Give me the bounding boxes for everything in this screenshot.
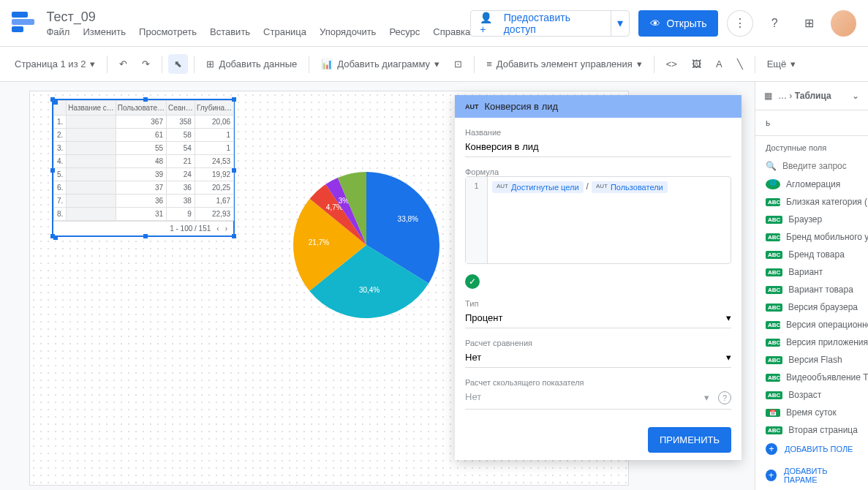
chevron-down-icon[interactable]: ▾ [611, 16, 629, 30]
formula-label: Формула [465, 167, 731, 176]
data-icon: ⊞ [206, 59, 214, 69]
chevron-down-icon: ▾ [726, 352, 731, 363]
menu-help[interactable]: Справка [433, 26, 470, 37]
table-header[interactable]: Глубина… [195, 101, 233, 116]
field-item[interactable]: ABCВариант [755, 263, 868, 281]
pie-label: 21,7% [309, 238, 329, 246]
app-logo[interactable] [12, 12, 34, 35]
field-item[interactable]: ABCБренд мобильного у… [755, 228, 868, 246]
table-pagination[interactable]: 1 - 100 / 151‹› [53, 221, 233, 235]
field-item[interactable]: ABCБренд товара [755, 246, 868, 263]
prev-icon[interactable]: ‹ [216, 225, 219, 233]
pie-label: 30,4% [359, 286, 380, 294]
field-item[interactable]: ABCВозраст [755, 386, 868, 404]
line-button[interactable]: ╲ [731, 54, 749, 74]
redo-button[interactable]: ↷ [136, 54, 156, 74]
undo-button[interactable]: ↶ [113, 54, 133, 74]
table-row[interactable]: 1.36735820,06 [54, 116, 234, 129]
compare-select[interactable]: Нет▾ [465, 347, 731, 368]
sidebar-tab[interactable]: ь [755, 110, 868, 136]
dialog-title-bar[interactable]: AUTКонверсия в лид [455, 95, 741, 118]
rolling-select[interactable]: Нет▾ ? [465, 387, 731, 410]
field-item[interactable]: ABCВторая страница [755, 421, 868, 437]
chevron-down-icon: ▾ [726, 312, 731, 323]
type-select[interactable]: Процент▾ [465, 308, 731, 328]
open-button[interactable]: 👁Открыть [638, 10, 718, 37]
menu-insert[interactable]: Вставить [210, 26, 250, 37]
table-header[interactable]: Сеан… [167, 101, 195, 116]
menu-arrange[interactable]: Упорядочить [320, 26, 376, 37]
field-type-badge: ABC [766, 391, 782, 399]
field-type-badge: ABC [766, 216, 782, 224]
field-search-input[interactable] [782, 161, 858, 171]
help-icon[interactable]: ? [762, 10, 788, 37]
field-item[interactable]: ABCБлизкая категория (… [755, 193, 868, 211]
formula-editor[interactable]: 1 AUTДостигнутые цели / AUTПользователи [465, 176, 731, 264]
table-row[interactable]: 3.55541 [54, 142, 234, 155]
chevron-down-icon[interactable]: ⌄ [852, 91, 859, 101]
table-row[interactable]: 8.31922,93 [54, 208, 234, 221]
type-label: Тип [465, 299, 731, 308]
plus-icon: + [766, 443, 777, 455]
formula-chip[interactable]: AUTДостигнутые цели [492, 181, 584, 193]
table-row[interactable]: 2.61581 [54, 129, 234, 142]
field-type-badge: ABC [766, 198, 780, 206]
menu-view[interactable]: Просмотреть [139, 26, 197, 37]
field-item[interactable]: 📅Время суток [755, 404, 868, 421]
image-button[interactable]: 🖼 [686, 54, 707, 74]
add-field-button[interactable]: +ДОБАВИТЬ ПОЛЕ [755, 437, 868, 461]
add-chart-button[interactable]: 📊Добавить диаграмму ▾ [315, 54, 445, 74]
field-type-badge: ABC [766, 374, 780, 382]
table-row[interactable]: 7.36381,67 [54, 195, 234, 208]
next-icon[interactable]: › [225, 225, 227, 233]
field-type-badge: ABC [766, 339, 780, 347]
menu-edit[interactable]: Изменить [83, 26, 126, 37]
chart-icon: 📊 [321, 59, 333, 69]
more-button[interactable]: Ещё ▾ [761, 54, 802, 74]
eye-icon: 👁 [650, 18, 660, 29]
table-header[interactable]: Название с… [67, 101, 116, 116]
menu-file[interactable]: Файл [46, 26, 69, 37]
table-type-icon: ▦ [764, 91, 772, 101]
field-type-badge: ABC [766, 286, 782, 294]
menu-page[interactable]: Страница [263, 26, 306, 37]
formula-chip[interactable]: AUTПользователи [592, 181, 668, 193]
pie-label: 33,8% [398, 215, 418, 223]
table-row[interactable]: 5.392419,92 [54, 168, 234, 181]
field-item[interactable]: ABCВерсия Flash [755, 351, 868, 369]
field-item[interactable]: ABCВидеообъявление Tr… [755, 369, 868, 386]
table-header[interactable] [54, 101, 67, 116]
text-button[interactable]: A [710, 54, 728, 74]
menu-resource[interactable]: Ресурс [389, 26, 420, 37]
share-icon: 👤+ [480, 12, 497, 35]
field-item[interactable]: ABCВерсия браузера [755, 298, 868, 316]
field-item[interactable]: ABCВерсия операционно… [755, 316, 868, 333]
field-item[interactable]: ABCВерсия приложения [755, 333, 868, 351]
table-row[interactable]: 4.482124,53 [54, 155, 234, 168]
sidebar-breadcrumb[interactable]: ▦ … › Таблица ⌄ [755, 82, 868, 110]
select-tool[interactable]: ⬉ [168, 54, 188, 74]
add-data-button[interactable]: ⊞Добавить данные [200, 54, 303, 74]
community-button[interactable]: ⊡ [448, 54, 468, 74]
doc-title[interactable]: Тест_09 [46, 10, 470, 25]
table-row[interactable]: 6.373620,25 [54, 181, 234, 195]
help-icon[interactable]: ? [718, 391, 731, 404]
avatar[interactable] [831, 10, 856, 37]
field-type-badge: ABC [766, 251, 782, 259]
field-item[interactable]: ABCВариант товара [755, 281, 868, 298]
name-input[interactable] [465, 137, 731, 157]
embed-button[interactable]: <> [660, 54, 683, 74]
field-type-badge: ABC [766, 356, 782, 364]
share-button[interactable]: 👤+Предоставить доступ ▾ [470, 10, 630, 37]
add-param-button[interactable]: +ДОБАВИТЬ ПАРАМЕ [755, 461, 868, 490]
table-chart[interactable]: Название с…Пользовате…Сеан…Глубина… 1.36… [52, 99, 235, 237]
field-item[interactable]: ABCБраузер [755, 211, 868, 228]
apply-button[interactable]: ПРИМЕНИТЬ [648, 427, 731, 453]
page-selector[interactable]: Страница 1 из 2 ▾ [9, 54, 101, 74]
more-menu-icon[interactable]: ⋮ [727, 10, 752, 37]
pie-chart[interactable]: 33,8%30,4%21,7%4,7%3% [286, 165, 447, 325]
add-control-button[interactable]: ≡Добавить элемент управления ▾ [480, 54, 648, 74]
apps-icon[interactable]: ⊞ [796, 10, 822, 37]
table-header[interactable]: Пользовате… [116, 101, 166, 116]
field-item[interactable]: 🌐Агломерация [755, 176, 868, 193]
